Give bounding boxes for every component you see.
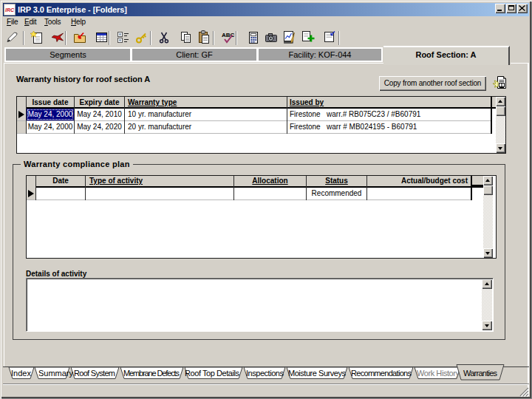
svg-text:Recommendations: Recommendations (351, 369, 412, 378)
svg-text:Roof Top Details: Roof Top Details (185, 369, 240, 378)
svg-text:Warranties: Warranties (463, 369, 498, 378)
svg-text:Moisture Surveys: Moisture Surveys (288, 369, 347, 378)
svg-text:Inspections: Inspections (246, 369, 284, 378)
svg-text:Summary: Summary (38, 369, 74, 378)
svg-text:Membrane Defects: Membrane Defects (123, 369, 180, 378)
svg-text:Roof System: Roof System (74, 369, 115, 378)
svg-text:Work History: Work History (417, 369, 460, 378)
svg-text:ABC: ABC (222, 32, 235, 38)
svg-text:Index: Index (11, 369, 32, 378)
